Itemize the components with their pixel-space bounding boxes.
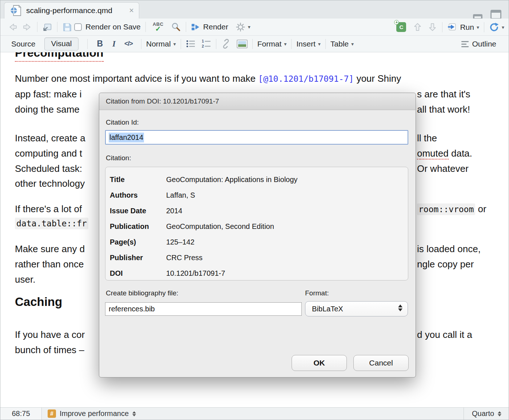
line-text: all that work! (417, 104, 470, 115)
citation-field-row: Publisher CRC Press (110, 250, 404, 266)
close-icon[interactable]: × (129, 7, 134, 15)
source-rerun-button[interactable]: ▾ (489, 22, 504, 32)
format-label: Format: (305, 289, 329, 297)
citation-from-doi-dialog: Citation from DOI: 10.1201/b17091-7 Cita… (99, 93, 416, 377)
divider (442, 22, 442, 32)
line-text: user. (15, 274, 35, 285)
arrow-down-icon[interactable] (428, 22, 437, 32)
bullet-list-icon[interactable] (186, 39, 196, 49)
code-button[interactable]: </> (124, 40, 133, 48)
main-toolbar: Render on Save ABC ✓ Render ▾ C (0, 19, 509, 36)
back-icon[interactable] (8, 22, 17, 32)
line-text: omuted data. (417, 148, 472, 159)
image-icon[interactable] (237, 40, 248, 48)
numbered-list-icon[interactable]: 1 2 (201, 39, 211, 49)
heading-precomputation[interactable]: Precomputation (15, 52, 104, 62)
render-options-button[interactable]: ▾ (236, 22, 251, 32)
line-text: Or whatever (417, 163, 469, 174)
bibliography-file-value: references.bib (109, 305, 155, 313)
field-value: 125–142 (166, 238, 195, 246)
chunk-plus-badge: + (394, 20, 399, 25)
forward-icon[interactable] (23, 22, 32, 32)
render-label: Render (203, 23, 228, 31)
line-text: If there's a lot of (15, 203, 82, 215)
citation-field-row: Issue Date 2014 (110, 203, 404, 219)
popout-icon[interactable] (42, 22, 52, 32)
divider (325, 39, 326, 49)
rstudio-window: { "colors": { "accent_blue": "#4f8fd6", … (0, 0, 509, 420)
line-text: s are that it's (417, 89, 470, 100)
render-button[interactable]: Render (191, 23, 228, 32)
section-selector[interactable]: # Improve performance (42, 409, 136, 418)
insert-chunk-icon[interactable]: C + (396, 22, 406, 32)
ok-button[interactable]: OK (292, 355, 347, 371)
visual-mode-button[interactable]: Visual (44, 37, 79, 51)
outline-toggle[interactable]: Outline (461, 36, 496, 52)
citation-token[interactable]: [@10.1201/b17091-7] (258, 74, 354, 84)
tab-bar: scaling-performance.qmd × (0, 0, 509, 19)
run-icon (447, 22, 457, 32)
maximize-icon[interactable] (490, 10, 501, 19)
divider (87, 39, 88, 49)
line-text: other technology (15, 178, 85, 189)
line-text: ngle copy per (417, 259, 474, 270)
arrow-up-icon[interactable] (413, 22, 422, 32)
format-select[interactable]: BibLaTeX (305, 301, 408, 316)
svg-text:2: 2 (202, 44, 204, 48)
format-menu[interactable]: Format ▾ (257, 40, 287, 48)
bibliography-file-input[interactable]: references.bib (105, 302, 302, 316)
field-label: Publisher (110, 254, 166, 262)
bold-button[interactable]: B (97, 39, 103, 49)
chevron-down-icon: ▾ (477, 24, 479, 30)
save-icon[interactable] (62, 22, 72, 32)
table-menu[interactable]: Table ▾ (330, 40, 354, 48)
line-text: Number one most important advice is if y… (15, 73, 258, 84)
line-text: data. (449, 148, 472, 159)
divider (291, 39, 292, 49)
divider (57, 22, 57, 32)
citation-id-input[interactable]: laffan2014 (105, 130, 408, 145)
citation-field-row: DOI 10.1201/b17091-7 (110, 266, 404, 281)
format-selected-value: BibLaTeX (312, 305, 343, 313)
line-text: ll the (417, 133, 437, 144)
updown-icon (498, 411, 501, 416)
svg-text:1: 1 (202, 39, 204, 43)
chevron-down-icon: ▾ (173, 41, 176, 47)
render-on-save-label: Render on Save (85, 23, 141, 31)
toolbar-right-group: C + Run ▾ ▾ (396, 19, 504, 36)
field-label: Title (110, 175, 166, 184)
line-text: If you have a cor (15, 329, 85, 340)
heading-caching[interactable]: Caching (15, 295, 62, 309)
editor-tab[interactable]: scaling-performance.qmd × (4, 2, 139, 19)
search-icon[interactable] (171, 22, 181, 32)
cancel-button[interactable]: Cancel (353, 355, 409, 371)
field-value: 2014 (166, 207, 183, 215)
chevron-down-icon: ▾ (351, 41, 354, 47)
italic-button[interactable]: I (112, 39, 116, 49)
link-icon[interactable] (221, 39, 231, 49)
insert-menu-label: Insert (296, 40, 316, 48)
line-text: Scheduled task: (15, 163, 82, 174)
mode-selector[interactable]: Quarto (464, 408, 504, 420)
divider (186, 22, 186, 32)
insert-menu[interactable]: Insert ▾ (296, 40, 321, 48)
field-label: DOI (110, 269, 166, 278)
mode-label: Quarto (472, 409, 494, 418)
line-text: your Shiny (354, 73, 401, 84)
run-button[interactable]: Run ▾ (447, 22, 479, 32)
citation-field-row: Title GeoComputation: Applications in Bi… (110, 172, 404, 187)
paragraph-style-dropdown[interactable]: Normal ▾ (146, 40, 176, 48)
source-mode-button[interactable]: Source (11, 40, 36, 48)
status-bar: 68:75 # Improve performance Quarto (0, 407, 509, 420)
chevron-down-icon: ▾ (502, 24, 504, 30)
updown-icon (132, 411, 136, 416)
section-label: Improve performance (60, 409, 129, 418)
line-text: rather than once (15, 259, 84, 270)
field-value: CRC Press (166, 254, 203, 262)
line-text: bunch of times – (15, 344, 84, 356)
citation-field-row: Authors Laffan, S (110, 187, 404, 203)
render-on-save-checkbox[interactable] (74, 23, 82, 31)
spellcheck-icon[interactable]: ABC ✓ (151, 22, 166, 32)
outline-label: Outline (472, 40, 496, 48)
tab-title: scaling-performance.qmd (26, 6, 129, 15)
